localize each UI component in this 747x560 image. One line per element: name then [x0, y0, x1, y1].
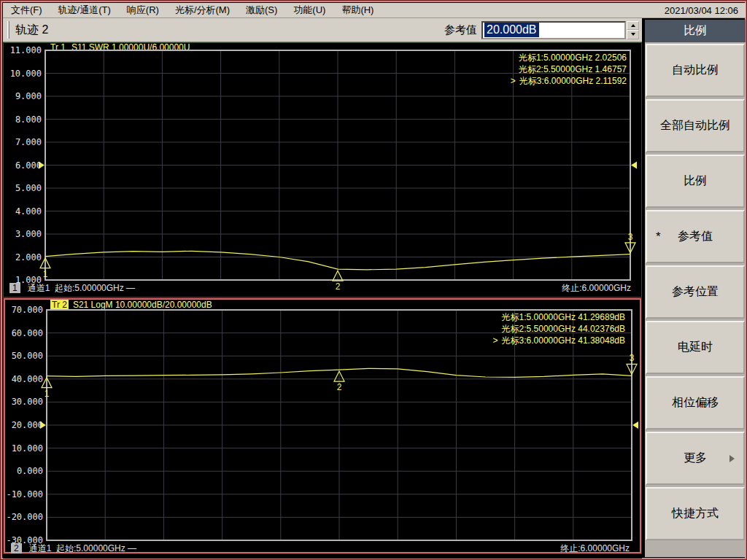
marker-1-label: 1	[44, 389, 50, 399]
marker-readout: 光标2:5.50000GHz 1.46757	[519, 64, 627, 75]
active-channel-border: Tr 2S21 LogM 10.00000dB/20.00000dB70.000…	[4, 298, 641, 553]
marker-readout-text: 光标2:5.50000GHz 1.46757	[519, 64, 627, 74]
app-window: 文件(F)轨迹/通道(T)响应(R)光标/分析(M)激励(S)功能(U)帮助(H…	[0, 0, 747, 560]
sidebar-button-快捷方式[interactable]: 快捷方式	[646, 487, 745, 540]
sidebar-button-全部自动比例[interactable]: 全部自动比例	[646, 99, 745, 152]
chart-area: Tr 1S11 SWR 1.00000U/6.00000U11.00010.00…	[3, 42, 642, 559]
sidebar-button-自动比例[interactable]: 自动比例	[646, 44, 745, 97]
active-trace-label: 轨迹 2	[15, 23, 48, 38]
chart-panel-tr2[interactable]: Tr 2S21 LogM 10.00000dB/20.00000dB70.000…	[5, 300, 640, 552]
channel-status-bar: 2通道1 起始:5.00000GHz —终止:6.00000GHz	[11, 542, 630, 554]
selected-indicator: *	[656, 230, 661, 244]
marker-1-label: 1	[43, 269, 48, 279]
sidebar-button-label: 自动比例	[672, 63, 719, 78]
reference-value-group: 参考值 20.000dB	[444, 21, 639, 39]
spinner-down-button[interactable]	[627, 30, 639, 39]
menu-item[interactable]: 文件(F)	[3, 3, 50, 18]
active-marker-arrow-icon: >	[493, 335, 498, 346]
sidebar-button-比例[interactable]: 比例	[646, 155, 745, 208]
reference-value-selected-text: 20.000dB	[484, 23, 539, 37]
channel-window-badge: 1	[9, 283, 20, 293]
sidebar-button-label: 相位偏移	[672, 395, 719, 411]
channel-name: 通道1	[29, 542, 56, 555]
sweep-stop-label: 终止:6.00000GHz	[560, 542, 630, 555]
marker-readout: 光标2:5.50000GHz 44.02376dB	[502, 324, 625, 335]
sidebar-button-label: 参考位置	[672, 284, 719, 300]
toolbar-grip	[7, 21, 9, 39]
sidebar-button-label: 比例	[684, 174, 707, 189]
sidebar-buttons: 自动比例全部自动比例比例*参考值参考位置电延时相位偏移更多快捷方式	[645, 44, 746, 542]
menu-bar: 文件(F)轨迹/通道(T)响应(R)光标/分析(M)激励(S)功能(U)帮助(H…	[3, 3, 746, 18]
menu-item[interactable]: 光标/分析(M)	[167, 3, 238, 18]
toolbar: 轨迹 2 参考值 20.000dB	[3, 18, 642, 42]
marker-readout-text: 光标2:5.50000GHz 44.02376dB	[502, 324, 625, 334]
menu-item[interactable]: 轨迹/通道(T)	[50, 3, 119, 18]
sidebar-button-参考值[interactable]: *参考值	[646, 210, 745, 263]
channel-name: 通道1	[28, 282, 55, 295]
marker-3-label: 3	[628, 232, 633, 242]
sidebar-button-label: 参考值	[678, 229, 713, 244]
sweep-dash: —	[128, 543, 136, 553]
submenu-arrow-icon	[729, 455, 735, 462]
reference-level-arrow-left	[40, 421, 46, 429]
menu-item[interactable]: 激励(S)	[238, 3, 285, 18]
menu-item[interactable]: 响应(R)	[119, 3, 167, 18]
sidebar-button-参考位置[interactable]: 参考位置	[646, 265, 745, 319]
sweep-dash: —	[126, 283, 135, 293]
sidebar: 比例 自动比例全部自动比例比例*参考值参考位置电延时相位偏移更多快捷方式	[645, 20, 746, 557]
menu-bar-items: 文件(F)轨迹/通道(T)响应(R)光标/分析(M)激励(S)功能(U)帮助(H…	[3, 3, 382, 18]
marker-3-label: 3	[630, 353, 635, 363]
sidebar-button-label: 全部自动比例	[660, 118, 730, 133]
sidebar-header: 比例	[645, 20, 746, 42]
marker-readout-text: 光标3:6.00000GHz 41.38048dB	[502, 335, 625, 346]
reference-value-input[interactable]: 20.000dB	[481, 21, 626, 39]
spinner-up-button[interactable]	[627, 21, 639, 31]
sidebar-button-相位偏移[interactable]: 相位偏移	[646, 376, 745, 429]
sidebar-button-label: 快捷方式	[672, 506, 719, 521]
datetime-display: 2021/03/04 12:06	[665, 5, 746, 16]
marker-readout-text: 光标1:5.00000GHz 2.02506	[519, 52, 627, 63]
sweep-start-label: 起始:5.00000GHz	[56, 542, 128, 555]
marker-readout-text: 光标1:5.00000GHz 41.29689dB	[502, 312, 625, 322]
marker-readout: >光标3:6.00000GHz 41.38048dB	[493, 335, 625, 346]
active-marker-arrow-icon: >	[511, 76, 516, 86]
sidebar-button-label: 电延时	[678, 340, 713, 355]
sidebar-button-电延时[interactable]: 电延时	[646, 321, 745, 374]
marker-readout-text: 光标3:6.00000GHz 2.11592	[519, 76, 627, 86]
menu-item[interactable]: 帮助(H)	[333, 3, 382, 18]
sidebar-button-label: 更多	[684, 451, 707, 466]
sweep-stop-label: 终止:6.00000GHz	[562, 282, 631, 295]
reference-level-arrow-right	[632, 421, 638, 429]
marker-readout: 光标1:5.00000GHz 2.02506	[519, 52, 627, 63]
channel-window-badge: 2	[11, 543, 22, 553]
reference-value-spinner	[627, 21, 639, 39]
marker-readout: 光标1:5.00000GHz 41.29689dB	[502, 312, 625, 323]
chart-panel-tr1[interactable]: Tr 1S11 SWR 1.00000U/6.00000U11.00010.00…	[3, 42, 642, 298]
channel-status-bar: 1通道1 起始:5.00000GHz —终止:6.00000GHz	[9, 282, 631, 294]
sweep-start-label: 起始:5.00000GHz	[55, 282, 126, 295]
marker-2-label: 2	[337, 382, 342, 392]
reference-level-arrow-left	[39, 162, 44, 169]
sidebar-button-更多[interactable]: 更多	[646, 432, 745, 485]
marker-readout: >光标3:6.00000GHz 2.11592	[511, 76, 627, 87]
reference-level-arrow-right	[631, 162, 637, 169]
menu-item[interactable]: 功能(U)	[285, 3, 333, 18]
reference-value-label: 参考值	[444, 23, 477, 37]
